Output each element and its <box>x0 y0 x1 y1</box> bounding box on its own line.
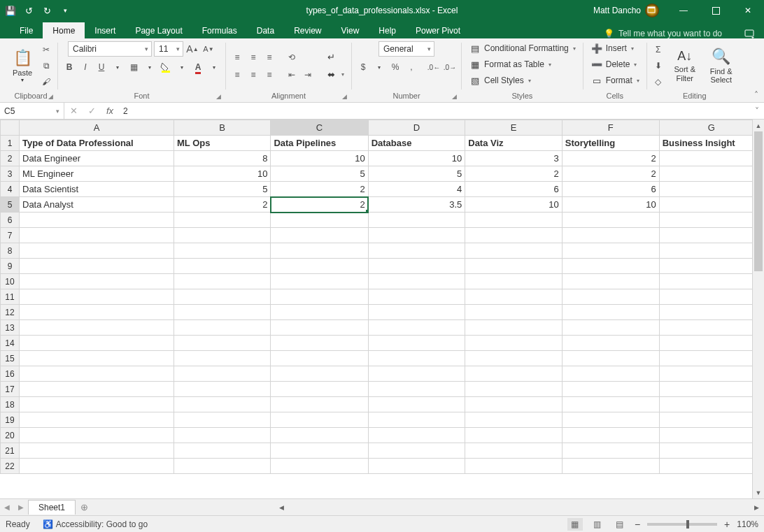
cell-D7[interactable] <box>368 228 465 243</box>
cell-D8[interactable] <box>368 243 465 259</box>
cell-D19[interactable] <box>368 412 465 428</box>
borders-caret[interactable]: ▾ <box>143 60 157 74</box>
scrollbar-thumb[interactable] <box>754 131 763 271</box>
tab-nav-next-icon[interactable]: ▶ <box>14 503 28 511</box>
cell-styles-button[interactable]: ▧Cell Styles▾ <box>466 73 534 87</box>
menu-tab-help[interactable]: Help <box>369 22 406 38</box>
menu-tab-insert[interactable]: Insert <box>85 22 125 38</box>
row-header-21[interactable]: 21 <box>1 443 20 459</box>
cell-E19[interactable] <box>465 412 563 428</box>
cell-C17[interactable] <box>271 382 368 397</box>
cell-C6[interactable] <box>271 213 368 228</box>
cell-B17[interactable] <box>174 382 270 397</box>
cell-B5[interactable]: 2 <box>174 197 270 213</box>
qat-customize-icon[interactable]: ▾ <box>60 6 70 15</box>
cell-C1[interactable]: Data Pipelines <box>271 136 368 151</box>
row-header-13[interactable]: 13 <box>1 320 20 336</box>
menu-tab-data[interactable]: Data <box>247 22 284 38</box>
minimize-button[interactable]: ― <box>667 0 700 21</box>
cell-G20[interactable] <box>659 428 763 443</box>
cell-G10[interactable] <box>659 274 763 289</box>
cell-E9[interactable] <box>465 259 563 274</box>
cell-G9[interactable] <box>659 259 763 274</box>
cell-C8[interactable] <box>271 243 368 259</box>
row-header-9[interactable]: 9 <box>1 259 20 274</box>
new-sheet-icon[interactable]: ⊕ <box>76 502 92 512</box>
cell-F17[interactable] <box>562 382 659 397</box>
cell-F22[interactable] <box>562 459 659 474</box>
cell-C2[interactable]: 10 <box>271 151 368 166</box>
cell-C19[interactable] <box>271 412 368 428</box>
row-header-5[interactable]: 5 <box>1 197 20 213</box>
accounting-caret[interactable]: ▾ <box>372 60 386 74</box>
align-left-icon[interactable]: ≡ <box>230 68 244 82</box>
vertical-scrollbar[interactable]: ▲ ▼ <box>752 120 764 498</box>
format-as-table-button[interactable]: ▦Format as Table▾ <box>466 57 554 71</box>
cell-B20[interactable] <box>174 428 270 443</box>
close-button[interactable]: ✕ <box>732 0 764 21</box>
cell-D21[interactable] <box>368 443 465 459</box>
col-header-F[interactable]: F <box>562 120 659 136</box>
bold-button[interactable]: B <box>62 60 76 74</box>
cell-F10[interactable] <box>562 274 659 289</box>
cell-F2[interactable]: 2 <box>562 151 659 166</box>
cell-B2[interactable]: 8 <box>174 151 270 166</box>
cell-G16[interactable] <box>659 366 763 382</box>
fx-icon[interactable]: fx <box>101 103 119 119</box>
cell-G22[interactable] <box>659 459 763 474</box>
cell-D6[interactable] <box>368 213 465 228</box>
row-header-11[interactable]: 11 <box>1 289 20 305</box>
cancel-formula-icon[interactable]: ✕ <box>64 103 83 119</box>
cell-F6[interactable] <box>562 213 659 228</box>
cell-A1[interactable]: Type of Data Professional <box>20 136 174 151</box>
cell-A16[interactable] <box>20 366 174 382</box>
cell-C22[interactable] <box>271 459 368 474</box>
autosum-icon[interactable]: Σ <box>651 43 665 57</box>
cell-A20[interactable] <box>20 428 174 443</box>
cell-E17[interactable] <box>465 382 563 397</box>
menu-tab-review[interactable]: Review <box>284 22 331 38</box>
cell-G8[interactable] <box>659 243 763 259</box>
cell-B3[interactable]: 10 <box>174 166 270 182</box>
orientation-icon[interactable]: ⟲ <box>285 50 299 64</box>
row-header-6[interactable]: 6 <box>1 213 20 228</box>
underline-caret[interactable]: ▾ <box>111 60 125 74</box>
name-box[interactable]: C5 <box>0 103 64 119</box>
cell-D1[interactable]: Database <box>368 136 465 151</box>
cell-C4[interactable]: 2 <box>271 182 368 197</box>
dialog-launcher-icon[interactable]: ◢ <box>452 93 457 100</box>
zoom-in-icon[interactable]: + <box>724 519 730 530</box>
cell-G3[interactable] <box>659 166 763 182</box>
cell-C7[interactable] <box>271 228 368 243</box>
font-name-combo[interactable]: Calibri <box>68 41 152 57</box>
fill-color-icon[interactable] <box>159 60 173 74</box>
font-color-caret[interactable]: ▾ <box>207 60 221 74</box>
row-header-15[interactable]: 15 <box>1 351 20 366</box>
cell-C10[interactable] <box>271 274 368 289</box>
cell-E6[interactable] <box>465 213 563 228</box>
row-header-20[interactable]: 20 <box>1 428 20 443</box>
zoom-out-icon[interactable]: − <box>635 519 640 530</box>
cell-E14[interactable] <box>465 336 563 351</box>
cell-D2[interactable]: 10 <box>368 151 465 166</box>
sort-filter-button[interactable]: A↓ Sort & Filter <box>668 49 702 82</box>
cell-A22[interactable] <box>20 459 174 474</box>
cell-F11[interactable] <box>562 289 659 305</box>
zoom-level[interactable]: 110% <box>737 519 758 529</box>
cell-B14[interactable] <box>174 336 270 351</box>
row-header-2[interactable]: 2 <box>1 151 20 166</box>
insert-cells-button[interactable]: ➕Insert▾ <box>588 41 637 55</box>
cell-E2[interactable]: 3 <box>465 151 563 166</box>
decrease-indent-icon[interactable]: ⇤ <box>285 68 299 82</box>
cell-G15[interactable] <box>659 351 763 366</box>
cell-E16[interactable] <box>465 366 563 382</box>
tell-me-search[interactable]: 💡 Tell me what you want to do <box>604 29 736 38</box>
cell-A12[interactable] <box>20 305 174 320</box>
enter-formula-icon[interactable]: ✓ <box>83 103 101 119</box>
cell-C18[interactable] <box>271 397 368 412</box>
cell-E11[interactable] <box>465 289 563 305</box>
cell-E8[interactable] <box>465 243 563 259</box>
cell-D12[interactable] <box>368 305 465 320</box>
cell-G7[interactable] <box>659 228 763 243</box>
dialog-launcher-icon[interactable]: ◢ <box>342 93 347 100</box>
